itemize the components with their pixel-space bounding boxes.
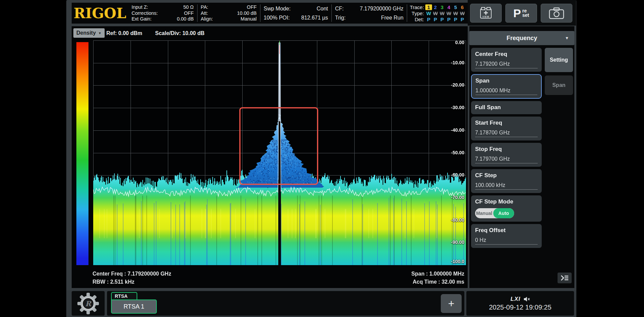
trace-3-indicator[interactable]: 3 [439,4,445,10]
trace-type-label: Type: [407,10,424,16]
cf-value: 7.179200000 GHz [360,5,403,12]
att-value: 10.00 dB [237,10,257,16]
trace-4-indicator[interactable]: 4 [445,4,452,10]
trace-6-type: W [459,10,466,16]
cf-step-label: CF Step [475,172,538,179]
menu-item-cf-step[interactable]: CF Step 100.000 kHz [471,169,542,193]
cf-label: CF: [335,5,344,12]
trace-2-type: W [432,10,439,16]
poi-label: 100% POI: [264,14,290,21]
menu-item-span[interactable]: Span 1.000000 MHz [471,74,542,99]
trace-label: Trace: [407,4,424,10]
rigol-logo: RIGOL [72,3,128,24]
trace-4-det: P [445,17,452,22]
pa-value: OFF [247,4,257,10]
chevron-down-icon: ▼ [98,31,102,35]
mode-tab-rtsa[interactable]: RTSA [111,292,137,299]
trace-status: Trace: 1 2 3 4 5 6 Type: W W W W W W Det… [407,3,468,24]
poi-value: 812.671 µs [301,14,328,21]
menu-category-dropdown[interactable]: Frequency ▼ [469,31,574,45]
display-mode-label: Density [76,30,96,36]
trace-5-indicator[interactable]: 5 [452,4,459,10]
spectrum-display: Density ▼ Ref: 0.00 dBm Scale/Div: 10.00… [72,26,468,288]
frequency-menu-panel: Frequency ▼ Center Freq 7.179200 GHz Spa… [469,26,574,288]
trace-1-type: W [425,10,432,16]
gear-icon: R [77,292,99,315]
preset-label: re set [522,9,529,18]
toggle-auto-option[interactable]: Auto [493,208,514,218]
trace-6-indicator[interactable]: 6 [459,4,466,10]
ext-gain-label: Ext Gain: [132,16,152,22]
multi-view-button[interactable]: VIEW [470,4,502,23]
preset-button[interactable]: P re set [505,4,537,23]
mode-instance-rtsa1[interactable]: RTSA 1 [111,299,157,314]
menu-item-full-span[interactable]: Full Span [471,101,542,114]
ext-gain-value: 0.00 dB [177,16,194,22]
menu-collapse-button[interactable] [558,273,572,283]
screenshot-button[interactable] [541,4,572,23]
lxi-status-row: LXI [510,296,530,303]
footer-span: Span : 1.000000 MHz [412,271,464,277]
menu-category-label: Frequency [506,35,537,42]
bottom-task-bar: R RTSA RTSA 1 + LXI 2025-09-12 19:09:25 [66,290,576,317]
cf-step-mode-toggle[interactable]: Manual Auto [475,208,514,218]
input-z-label: Input Z: [132,4,148,10]
spectrum-canvas[interactable] [93,40,466,265]
datetime-readout: 2025-09-12 19:09:25 [489,304,551,311]
menu-item-stop-freq[interactable]: Stop Freq 7.179700 GHz [471,143,542,167]
align-value: Manual [241,16,257,22]
corrections-value: OFF [184,10,194,16]
preset-set: set [522,13,529,18]
trace-3-det: P [439,17,445,22]
trace-1-indicator[interactable]: 1 [425,4,432,10]
swp-mode-value: Cont [317,5,328,12]
trace-2-indicator[interactable]: 2 [432,4,439,10]
stop-freq-label: Stop Freq [475,146,538,153]
menu-item-freq-offset[interactable]: Freq Offset 0 Hz [471,224,542,248]
speaker-muted-icon [523,296,530,302]
chevron-down-icon: ▼ [565,36,569,40]
display-mode-dropdown[interactable]: Density ▼ [73,28,105,38]
trig-value: Free Run [381,14,403,21]
toggle-manual-option[interactable]: Manual [475,211,493,216]
att-label: Att: [201,10,208,16]
menu-page-tabs: Setting Span [545,48,573,95]
footer-rbw: RBW : 2.511 kHz [93,279,134,285]
span-label: Span [475,77,537,84]
input-z-value: 50 Ω [183,4,194,10]
footer-center-freq: Center Freq : 7.179200000 GHz [93,271,171,277]
lxi-indicator: LXI [510,296,520,303]
stop-freq-value: 7.179700 GHz [475,156,538,163]
start-freq-value: 7.178700 GHz [475,130,538,137]
top-toolbar: VIEW P re set [470,4,572,23]
add-mode-button[interactable]: + [441,294,462,313]
center-freq-value: 7.179200 GHz [475,61,538,68]
trig-label: Trig: [335,14,346,21]
ref-level-readout: Ref: 0.00 dBm [106,30,142,36]
system-menu-button[interactable]: R [72,291,105,316]
cf-step-value: 100.000 kHz [475,182,538,190]
trace-det-row: Det: P P P P P P [407,17,466,22]
center-freq-label: Center Freq [475,51,538,58]
menu-item-start-freq[interactable]: Start Freq 7.178700 GHz [471,117,542,140]
camera-icon [549,7,564,19]
menu-item-cf-step-mode[interactable]: CF Step Mode Manual Auto [471,195,542,222]
trace-5-det: P [452,17,459,22]
mode-tab-strip: RTSA RTSA 1 + [107,291,464,316]
trace-2-det: P [432,17,439,22]
trace-6-det: P [459,17,466,22]
freq-offset-value: 0 Hz [475,237,538,245]
frequency-menu-list: Center Freq 7.179200 GHz Span 1.000000 M… [471,48,542,248]
freq-offset-label: Freq Offset [475,227,538,234]
corrections-label: Corrections: [132,10,158,16]
density-colorbar [76,42,88,265]
tab-span[interactable]: Span [545,75,573,95]
trace-det-label: Det: [407,17,424,22]
system-status-box[interactable]: LXI 2025-09-12 19:09:25 [466,291,574,316]
rigol-rtsa-screen: RIGOL Input Z:50 Ω Corrections:OFF Ext G… [0,0,644,317]
tab-setting[interactable]: Setting [545,48,573,72]
top-status-bar: RIGOL Input Z:50 Ω Corrections:OFF Ext G… [72,3,468,24]
trace-1-det: P [425,17,432,22]
status-group-pa: PA:OFF Att:10.00 dB Align:Manual [198,3,260,24]
menu-item-center-freq[interactable]: Center Freq 7.179200 GHz [471,48,542,72]
